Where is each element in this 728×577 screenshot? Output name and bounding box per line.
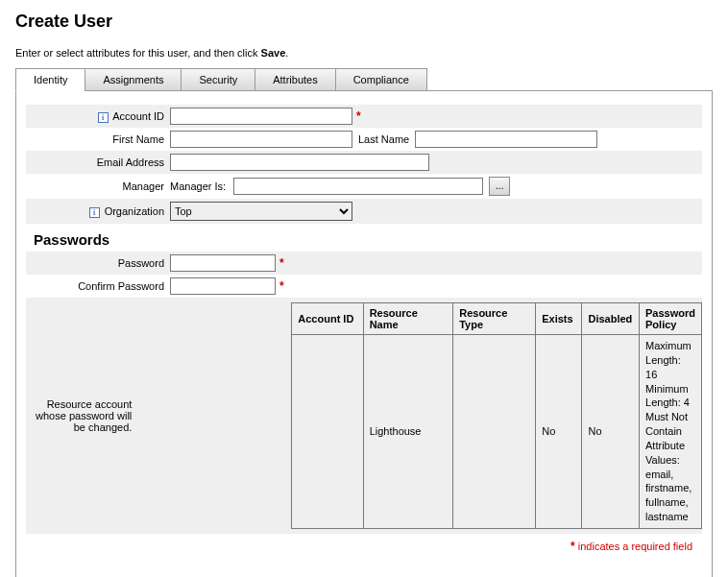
th-resource-name: Resource Name	[363, 303, 453, 335]
th-account-id: Account ID	[292, 303, 363, 335]
label-text: Organization	[105, 205, 164, 217]
tab-security[interactable]: Security	[181, 68, 255, 91]
td-account-id	[292, 335, 363, 529]
th-disabled: Disabled	[582, 303, 640, 335]
subtitle-suffix: .	[285, 47, 288, 59]
required-note: * indicates a required field	[26, 540, 702, 553]
th-exists: Exists	[536, 303, 582, 335]
required-marker: *	[276, 256, 284, 270]
table-header-row: Account ID Resource Name Resource Type E…	[292, 303, 702, 335]
tab-compliance[interactable]: Compliance	[335, 68, 427, 91]
row-manager: Manager Manager Is: ...	[26, 174, 702, 199]
required-marker: *	[352, 109, 361, 123]
td-password-policy: Maximum Length: 16Minimum Length: 4Must …	[640, 335, 702, 529]
subtitle-text: Enter or select attributes for this user…	[15, 47, 261, 59]
info-icon[interactable]: i	[89, 207, 100, 218]
row-confirm-password: Confirm Password *	[26, 275, 702, 298]
row-account-id: i Account ID *	[26, 105, 702, 128]
tab-bar: Identity Assignments Security Attributes…	[15, 68, 713, 91]
page-title: Create User	[15, 12, 713, 32]
table-row: Lighthouse No No Maximum Length: 16Minim…	[292, 335, 702, 529]
tab-identity[interactable]: Identity	[15, 68, 85, 91]
password-input[interactable]	[170, 254, 276, 272]
manager-browse-button[interactable]: ...	[489, 177, 510, 196]
section-passwords: Passwords	[34, 231, 702, 248]
required-note-text: indicates a required field	[575, 541, 692, 552]
identity-panel: i Account ID * First Name Last Name Emai…	[15, 90, 713, 577]
label-last-name: Last Name	[352, 133, 415, 145]
confirm-password-input[interactable]	[170, 277, 276, 295]
label-password: Password	[26, 257, 170, 269]
subtitle-bold: Save	[261, 47, 286, 59]
th-resource-type: Resource Type	[453, 303, 536, 335]
label-email: Email Address	[26, 156, 170, 168]
required-marker: *	[276, 279, 284, 293]
row-password: Password *	[26, 252, 702, 275]
label-resource-desc: Resource account whose password will be …	[26, 398, 137, 433]
page-subtitle: Enter or select attributes for this user…	[15, 47, 713, 59]
label-account-id: i Account ID	[26, 110, 170, 123]
password-policy-text: Maximum Length: 16Minimum Length: 4Must …	[645, 339, 695, 524]
account-id-input[interactable]	[170, 108, 352, 125]
td-resource-name: Lighthouse	[363, 335, 453, 529]
th-password-policy: Password Policy	[640, 303, 702, 335]
row-organization: i Organization Top	[26, 199, 702, 224]
td-disabled: No	[582, 335, 640, 529]
td-resource-type	[453, 335, 536, 529]
label-manager-is: Manager Is:	[170, 180, 233, 192]
email-input[interactable]	[170, 154, 429, 171]
info-icon[interactable]: i	[98, 112, 109, 123]
label-manager: Manager	[26, 180, 170, 192]
row-email: Email Address	[26, 151, 702, 174]
row-resource-table: Resource account whose password will be …	[26, 298, 702, 534]
label-organization: i Organization	[26, 205, 170, 218]
tab-assignments[interactable]: Assignments	[85, 68, 182, 91]
organization-select[interactable]: Top	[170, 202, 352, 221]
td-exists: No	[536, 335, 582, 529]
label-first-name: First Name	[26, 133, 170, 145]
last-name-input[interactable]	[415, 131, 597, 148]
row-name: First Name Last Name	[26, 128, 702, 151]
label-text: Account ID	[112, 110, 164, 122]
tab-attributes[interactable]: Attributes	[255, 68, 335, 91]
label-confirm-password: Confirm Password	[26, 280, 170, 292]
resource-table: Account ID Resource Name Resource Type E…	[291, 302, 702, 529]
manager-input[interactable]	[233, 178, 483, 195]
first-name-input[interactable]	[170, 131, 352, 148]
